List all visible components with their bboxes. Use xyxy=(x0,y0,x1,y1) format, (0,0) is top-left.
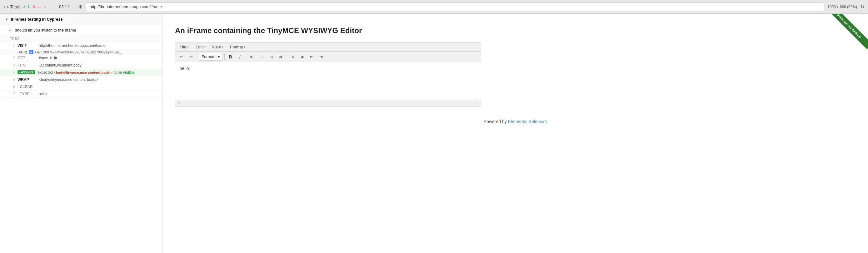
step-label: - ITS xyxy=(18,63,36,67)
step-group-label: TEST xyxy=(0,35,162,42)
back-label[interactable]: < Tests xyxy=(6,4,21,9)
ordered-list-button[interactable]: ≢ xyxy=(298,53,307,61)
menu-edit[interactable]: Edit ▾ xyxy=(192,43,208,51)
step-number: 1 xyxy=(10,43,15,48)
circle-icon: ○ xyxy=(43,4,46,9)
unordered-list-button[interactable]: ≡ xyxy=(289,53,298,61)
cypress-panel: ▼ iFrames testing in Cypress ✓ should le… xyxy=(0,14,162,253)
test-pass-icon: ✓ xyxy=(9,28,12,32)
back-button[interactable]: ‹ < Tests xyxy=(4,4,20,9)
step-row-assert[interactable]: 4 - ASSERT expected <body#tinymce.mce-co… xyxy=(0,69,162,76)
formats-dropdown[interactable]: Formats ▾ xyxy=(199,53,223,61)
reload-button[interactable]: ↻ xyxy=(860,4,864,10)
page-content: An iFrame containing the TinyMCE WYSIWYG… xyxy=(162,14,868,136)
indent-button[interactable]: ⇥ xyxy=(317,53,326,61)
reload-icon: ↻ xyxy=(860,4,864,9)
pass-number: 1 xyxy=(28,4,30,9)
step-content: http://the-internet.herokuapp.com/iframe xyxy=(39,43,152,48)
step-row[interactable]: 7 - TYPE hello xyxy=(0,91,162,98)
step-label: GET xyxy=(18,56,36,60)
outdent-button[interactable]: ⇤ xyxy=(307,53,316,61)
align-center-button[interactable]: ↔ xyxy=(257,53,267,61)
test-item[interactable]: ✓ should let you switch to the iframe xyxy=(0,25,162,35)
step-row[interactable]: 6 - CLEAR xyxy=(0,84,162,91)
crosshair-button[interactable]: ⊕ xyxy=(79,4,83,10)
tinymce-body[interactable]: hello xyxy=(175,62,481,100)
step-row[interactable]: 3 - ITS .0.contentDocument.body xyxy=(0,62,162,69)
check-icon: ✓ xyxy=(23,4,26,9)
divider2 xyxy=(74,3,74,11)
powered-by: Powered by Elemental Selenium xyxy=(175,119,856,130)
align-justify-button[interactable]: ⇔ xyxy=(277,53,285,61)
step-number: 4 xyxy=(10,70,15,75)
align-center-icon: ↔ xyxy=(260,54,264,59)
step-content: #mce_0_ifr xyxy=(39,56,152,60)
tinymce-editor: File ▾ Edit ▾ View ▾ Format ▾ xyxy=(175,42,481,106)
step-label: - CLEAR xyxy=(18,85,36,89)
crosshair-icon: ⊕ xyxy=(79,4,83,9)
pass-count: ✓ 1 xyxy=(23,4,30,9)
text-cursor xyxy=(189,66,189,71)
toolbar-divider xyxy=(287,54,287,60)
resize-handle[interactable]: ⊿ xyxy=(475,101,478,105)
powered-by-text: Powered by xyxy=(484,119,508,124)
bold-button[interactable]: B xyxy=(226,53,235,61)
xhr-row: (XHR) ● GET 200 /event?a=298279967&d=298… xyxy=(0,49,162,55)
step-label: WRAP xyxy=(18,77,36,82)
undo-icon: ↩ xyxy=(180,54,183,59)
align-right-button[interactable]: ⇥ xyxy=(267,53,276,61)
outdent-icon: ⇤ xyxy=(310,54,313,59)
url-bar[interactable]: http://the-internet.herokuapp.com/iframe xyxy=(86,2,824,11)
suite-toggle-icon[interactable]: ▼ xyxy=(5,18,8,21)
powered-by-link[interactable]: Elemental Selenium xyxy=(508,119,547,124)
step-number: 7 xyxy=(10,92,15,96)
step-row[interactable]: 2 GET #mce_0_ifr xyxy=(0,55,162,62)
step-content: hello xyxy=(39,92,152,96)
chevron-down-icon: ▾ xyxy=(221,45,223,49)
step-number: 3 xyxy=(10,63,15,67)
browser-bar: ‹ < Tests ✓ 1 ✕ — ○ — 03.11 ⊕ http://the… xyxy=(0,0,868,14)
undo-button[interactable]: ↩ xyxy=(177,53,186,61)
menu-file[interactable]: File ▾ xyxy=(177,43,192,51)
italic-button[interactable]: I xyxy=(236,53,244,61)
step-row[interactable]: 5 WRAP <body#tinymce.mce-content-body.> xyxy=(0,76,162,84)
divider xyxy=(55,3,55,11)
align-left-button[interactable]: ⇤ xyxy=(248,53,256,61)
xhr-content: GET 200 /event?a=298279967&d=298279967&y… xyxy=(35,50,122,54)
pending-count: ○ — xyxy=(43,4,51,9)
test-steps: TEST 1 VISIT http://the-internet.herokua… xyxy=(0,35,162,98)
indent-icon: ⇥ xyxy=(319,54,323,59)
xhr-label: (XHR) xyxy=(18,50,27,54)
chevron-down-icon: ▾ xyxy=(244,45,245,49)
toolbar-divider xyxy=(197,54,197,60)
menu-view[interactable]: View ▾ xyxy=(209,43,226,51)
align-left-icon: ⇤ xyxy=(250,54,254,59)
browser-panel: Fork me on GitHub An iFrame containing t… xyxy=(162,14,868,253)
assert-badge: - ASSERT xyxy=(18,70,35,74)
page-title: An iFrame containing the TinyMCE WYSIWYG… xyxy=(175,26,856,35)
xhr-status: ● xyxy=(29,50,33,54)
status-path: p xyxy=(178,101,181,105)
toolbar-divider xyxy=(224,54,225,60)
step-number: 6 xyxy=(10,85,15,89)
tinymce-statusbar: p ⊿ xyxy=(175,100,481,106)
redo-button[interactable]: ↪ xyxy=(187,53,195,61)
menu-file-label: File xyxy=(180,45,186,49)
test-timer: 03.11 xyxy=(59,4,69,9)
formats-label: Formats xyxy=(202,54,217,59)
viewport-info: 1000 x 660 (92%) xyxy=(827,5,857,9)
step-row[interactable]: 1 VISIT http://the-internet.herokuapp.co… xyxy=(0,42,162,49)
url-text: http://the-internet.herokuapp.com/iframe xyxy=(90,4,162,9)
unordered-list-icon: ≡ xyxy=(292,54,294,59)
step-content: <body#tinymce.mce-content-body.> xyxy=(39,77,152,82)
x-icon: ✕ xyxy=(32,4,36,9)
step-number: 2 xyxy=(10,56,15,60)
menu-format[interactable]: Format ▾ xyxy=(227,43,248,51)
step-label: VISIT xyxy=(18,43,36,48)
toolbar-divider xyxy=(246,54,246,60)
chevron-down-icon: ▾ xyxy=(218,54,220,59)
chevron-down-icon: ▾ xyxy=(187,45,189,49)
chevron-left-icon: ‹ xyxy=(4,4,5,9)
fail-count: ✕ — xyxy=(32,4,41,9)
step-content: .0.contentDocument.body xyxy=(39,63,152,67)
